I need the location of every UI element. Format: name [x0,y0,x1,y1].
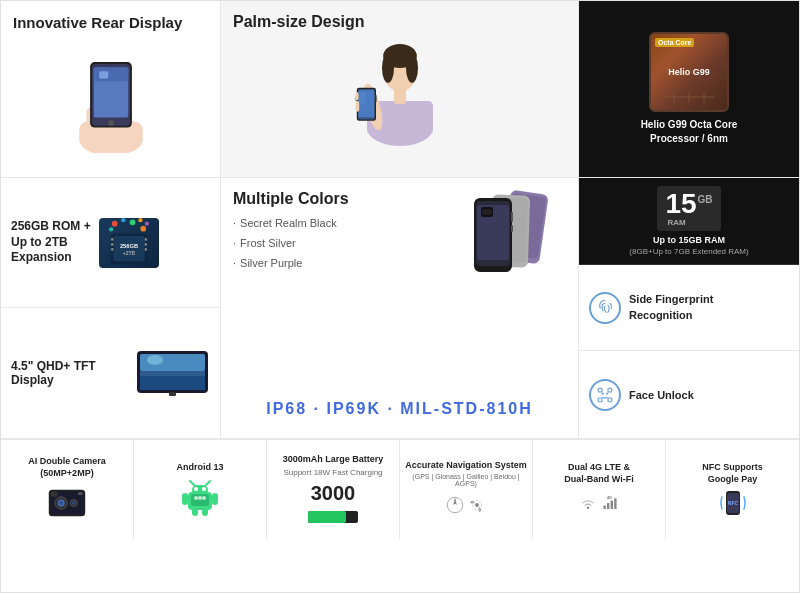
svg-rect-43 [111,238,113,241]
svg-rect-44 [111,243,113,246]
svg-point-32 [112,220,118,226]
bottom-navigation-cell: Accurate Navigation System (GPS | Glonas… [400,440,533,539]
chip-circuits [659,90,719,105]
svg-rect-10 [99,71,108,78]
svg-point-17 [382,53,394,83]
processor-cell: Octa Core Helio G99 Helio G99 Octa CoreP… [579,1,799,177]
rear-display-image [13,41,208,166]
bottom-battery-cell: 3000mAh Large Battery Support 18W Fast C… [267,440,400,539]
svg-rect-68 [511,212,513,222]
svg-point-34 [129,219,135,225]
svg-point-96 [194,496,198,500]
helio-text: Helio G99 [668,67,710,78]
svg-rect-105 [603,506,605,510]
svg-rect-48 [144,248,146,251]
svg-rect-45 [111,248,113,251]
wifi-title: Dual 4G LTE & Dual-Band Wi-Fi [564,462,633,485]
svg-rect-9 [93,67,128,81]
storage-title: 256GB ROM + Up to 2TB Expansion [11,219,91,266]
svg-rect-23 [359,91,366,103]
android-title: Android 13 [176,462,223,474]
svg-point-97 [198,496,202,500]
display-phone-svg [135,346,210,396]
svg-rect-57 [169,392,176,396]
svg-rect-72 [598,398,602,402]
navigation-icon-area [446,491,486,519]
svg-rect-94 [202,508,208,516]
svg-rect-84 [78,493,82,496]
face-unlock-icon [589,379,621,411]
navigation-icon [446,491,464,519]
rear-display-title: Innovative Rear Display [13,13,208,33]
row2: 256GB ROM + Up to 2TB Expansion [1,178,799,439]
bottom-android-cell: Android 13 [134,440,267,539]
ram-cell: 15 GB RAM Up to 15GB RAM (8GB+Up to 7GB … [579,178,799,265]
svg-point-18 [406,53,418,83]
battery-number: 3000 [311,482,356,505]
bottom-nfc-cell: NFC Supports Google Pay NFC [666,440,799,539]
svg-rect-46 [144,238,146,241]
storage-chip-image: 256GB +2TB [99,218,159,268]
svg-point-38 [140,225,146,231]
ip-rating: IP68 · IP69K · MIL-STD-810H [233,392,566,426]
svg-rect-83 [51,492,58,497]
phone-colors-illustration [456,190,566,284]
svg-rect-47 [144,243,146,246]
satellite-icon [468,491,486,519]
camera-title: AI Double Camera (50MP+2MP) [28,456,106,479]
camera-icon-area [47,483,87,523]
android-icon [180,477,220,517]
bottom-wifi-cell: Dual 4G LTE & Dual-Band Wi-Fi 4G [533,440,666,539]
svg-text:256GB: 256GB [120,243,138,249]
svg-line-89 [190,481,194,485]
row1: Innovative Rear Display [1,1,799,178]
svg-rect-91 [182,493,188,505]
row2-right: 15 GB RAM Up to 15GB RAM (8GB+Up to 7GB … [579,178,799,438]
svg-text:NFC: NFC [727,500,738,506]
svg-point-98 [202,496,206,500]
rear-display-cell: Innovative Rear Display [1,1,221,177]
svg-rect-92 [212,493,218,505]
svg-rect-27 [355,92,358,100]
face-unlock-cell: Face Unlock [579,351,799,438]
storage-cell: 256GB ROM + Up to 2TB Expansion [1,178,221,308]
svg-rect-70 [598,388,602,392]
row2-center: Multiple Colors Secret Realm Black Frost… [221,178,579,438]
row2-left: 256GB ROM + Up to 2TB Expansion [1,178,221,438]
svg-point-37 [109,227,113,231]
ram-sub: (8GB+Up to 7GB Extended RAM) [629,247,748,256]
svg-rect-52 [140,376,205,390]
face-unlock-title: Face Unlock [629,389,694,401]
svg-rect-106 [607,503,609,509]
svg-point-80 [59,501,63,505]
battery-bar [308,511,358,523]
svg-rect-26 [355,101,359,112]
bottom-bar: AI Double Camera (50MP+2MP) Android 13 [1,439,799,539]
svg-point-75 [606,392,608,394]
processor-label: Helio G99 Octa CoreProcessor / 6nm [641,118,738,146]
display-cell: 4.5" QHD+ TFT Display [1,308,221,438]
color-item-1: Secret Realm Black [233,214,349,234]
fingerprint-title: Side FingerprintRecognition [629,292,713,323]
svg-rect-107 [611,501,613,509]
navigation-subtitle: (GPS | Glonass | Galileo | Beidou | AGPS… [404,473,528,487]
svg-text:+2TB: +2TB [123,250,136,256]
svg-text:4G: 4G [607,497,612,501]
svg-rect-71 [608,388,612,392]
svg-point-33 [121,218,125,222]
fingerprint-svg [596,299,614,317]
battery-subtitle: Support 18W Fast Charging [283,468,382,477]
battery-icon-area: 3000 [313,479,353,509]
ram-badge: 15 GB RAM [657,186,720,231]
svg-point-87 [194,487,198,491]
main-container: Innovative Rear Display [0,0,800,593]
svg-rect-93 [192,508,198,516]
nfc-icon-area: NFC [713,489,753,517]
svg-line-90 [206,481,210,485]
woman-holding-phone [340,35,460,165]
svg-rect-69 [511,225,513,232]
fingerprint-icon [589,292,621,324]
color-item-3: Silver Purple [233,254,349,274]
display-phone-image [135,346,210,400]
hand-phone-icon [46,53,176,153]
